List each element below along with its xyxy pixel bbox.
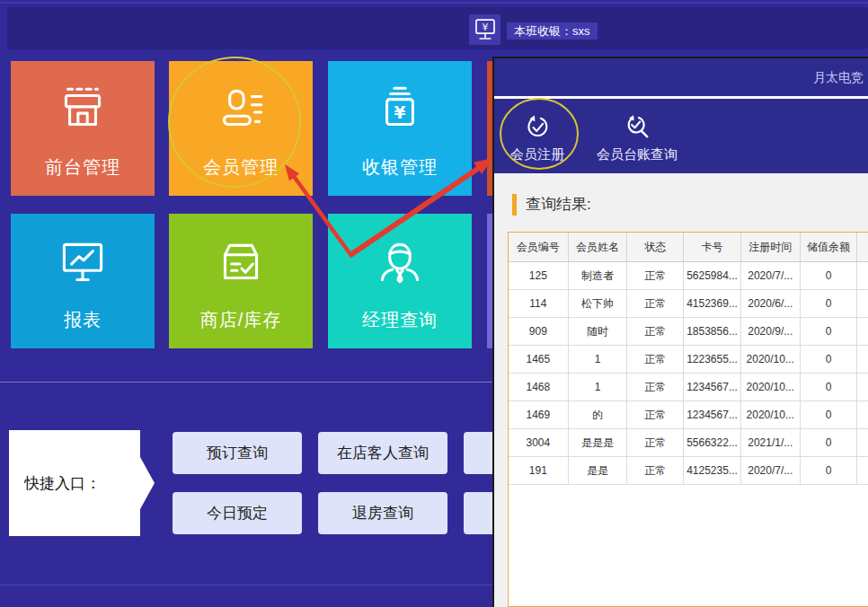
quick-access-arrow: [140, 457, 155, 509]
table-cell: 4152369...: [684, 290, 741, 318]
tile-label: 经理查询: [328, 308, 472, 332]
table-row[interactable]: 1469的正常1234567...2020/10...0: [509, 401, 868, 429]
manager-icon: [328, 233, 472, 293]
table-row[interactable]: 14681正常1234567...2020/10...0: [509, 374, 868, 401]
toolbar-item-label: 会员台账查询: [580, 146, 694, 163]
table-cell: 是是是: [569, 429, 628, 457]
table-cell: 1853856...: [684, 318, 741, 346]
table-cell: 1469: [509, 401, 569, 429]
storefront-icon: [11, 81, 155, 140]
table-cell: [857, 457, 868, 485]
quick-access-label: 快捷入口：: [9, 473, 101, 494]
table-cell: 0: [801, 318, 858, 346]
table-cell: 4125235...: [684, 457, 741, 485]
column-header[interactable]: 会员编号: [509, 233, 569, 262]
table-cell: 2020/7/...: [741, 262, 801, 290]
table-cell: 191: [509, 457, 569, 485]
tile-label: 商店/库存: [169, 308, 313, 332]
table-cell: 0: [801, 346, 858, 374]
table-cell: 0: [801, 290, 858, 318]
window-title: 月太电竞: [813, 70, 864, 86]
table-cell: 2020/10...: [741, 374, 801, 401]
section-divider: [0, 382, 492, 383]
table-cell: 0: [801, 262, 858, 290]
bottom-divider: [0, 585, 492, 585]
table-cell: 是是: [569, 457, 628, 485]
column-header[interactable]: 会员姓名: [569, 233, 628, 262]
tile-label: 收银管理: [328, 155, 472, 180]
table-cell: 1: [569, 346, 628, 374]
tile-member-management[interactable]: 会员管理: [169, 61, 313, 196]
table-row[interactable]: 3004是是是正常5566322...2021/1/...0: [509, 429, 868, 457]
quick-button-today-booking[interactable]: 今日预定: [173, 492, 302, 534]
quick-button-booking-query[interactable]: 预订查询: [173, 432, 302, 474]
table-cell: 正常: [627, 457, 684, 485]
tile-cashier-management[interactable]: ¥ 收银管理: [328, 61, 472, 196]
tile-label: 会员管理: [169, 155, 313, 180]
table-cell: 1223655...: [684, 346, 741, 374]
table-cell: 2020/7/...: [741, 457, 801, 485]
section-accent-bar: [512, 194, 517, 216]
table-cell: 2020/6/...: [741, 290, 801, 318]
quick-button-checkout-query[interactable]: 退房查询: [318, 492, 447, 534]
table-row[interactable]: 125制造者正常5625984...2020/7/...0: [509, 262, 868, 290]
table-cell: 1234567...: [684, 401, 741, 429]
table-cell: 正常: [627, 318, 684, 346]
table-cell: 制造者: [569, 262, 628, 290]
table-header-row: 会员编号会员姓名状态卡号注册时间储值余额: [509, 233, 868, 262]
table-row[interactable]: 909随时正常1853856...2020/9/...0: [509, 318, 868, 346]
svg-text:¥: ¥: [482, 22, 488, 33]
table-cell: [857, 318, 868, 346]
table-cell: 1234567...: [684, 374, 741, 401]
column-header[interactable]: [857, 233, 868, 262]
table-cell: 5625984...: [684, 262, 741, 290]
tile-front-desk[interactable]: 前台管理: [11, 61, 155, 196]
member-toolbar: 会员注册 会员台账查询: [494, 99, 868, 173]
member-results-table: 会员编号会员姓名状态卡号注册时间储值余额 125制造者正常5625984...2…: [508, 232, 868, 607]
table-cell: 正常: [627, 374, 684, 401]
tile-reports[interactable]: 报表: [11, 214, 155, 348]
table-cell: 2020/9/...: [741, 318, 801, 346]
table-cell: 1465: [509, 346, 569, 374]
shift-cashier-label: 本班收银：sxs: [507, 22, 598, 40]
table-cell: [857, 401, 868, 429]
ledger-search-icon: [625, 115, 650, 139]
table-cell: 2021/1/...: [741, 429, 801, 457]
table-cell: 正常: [627, 290, 684, 318]
table-cell: 1: [569, 374, 628, 401]
table-row[interactable]: 191是是正常4125235...2020/7/...0: [509, 457, 868, 485]
quick-button-inhouse-guest-query[interactable]: 在店客人查询: [318, 432, 447, 474]
table-row[interactable]: 114松下帅正常4152369...2020/6/...0: [509, 290, 868, 318]
table-cell: 125: [509, 262, 569, 290]
member-window-titlebar: 月太电竞: [494, 58, 868, 96]
tile-manager-query[interactable]: 经理查询: [328, 214, 472, 348]
table-cell: 正常: [627, 429, 684, 457]
report-board-icon: [11, 233, 155, 293]
table-body: 125制造者正常5625984...2020/7/...0114松下帅正常415…: [509, 262, 868, 485]
table-cell: 909: [509, 318, 569, 346]
table-cell: 0: [801, 374, 858, 401]
member-window: 月太电竞 会员注册 会员台账查询 查询结果: 会员编号会员姓名状态卡号注册时间储…: [492, 57, 868, 607]
member-card-icon: [169, 81, 313, 140]
table-cell: [857, 262, 868, 290]
column-header[interactable]: 状态: [627, 233, 684, 262]
cash-monitor-icon: ¥: [469, 14, 500, 45]
table-cell: 1468: [509, 374, 569, 401]
query-results-title: 查询结果:: [526, 194, 591, 216]
column-header[interactable]: 储值余额: [801, 233, 858, 262]
cashbox-icon: ¥: [328, 81, 472, 140]
column-header[interactable]: 注册时间: [741, 233, 801, 262]
toolbar-member-ledger-query[interactable]: 会员台账查询: [580, 115, 694, 163]
table-cell: [857, 374, 868, 401]
column-header[interactable]: 卡号: [684, 233, 741, 262]
inventory-box-icon: [169, 233, 313, 293]
table-cell: 114: [509, 290, 569, 318]
top-bar: [7, 7, 868, 49]
table-cell: 0: [801, 401, 858, 429]
tile-store-inventory[interactable]: 商店/库存: [169, 214, 313, 348]
table-cell: [857, 346, 868, 374]
toolbar-member-register[interactable]: 会员注册: [501, 115, 573, 163]
register-refresh-check-icon: [526, 115, 550, 139]
table-cell: 0: [801, 429, 858, 457]
table-row[interactable]: 14651正常1223655...2020/10...0: [509, 346, 868, 374]
